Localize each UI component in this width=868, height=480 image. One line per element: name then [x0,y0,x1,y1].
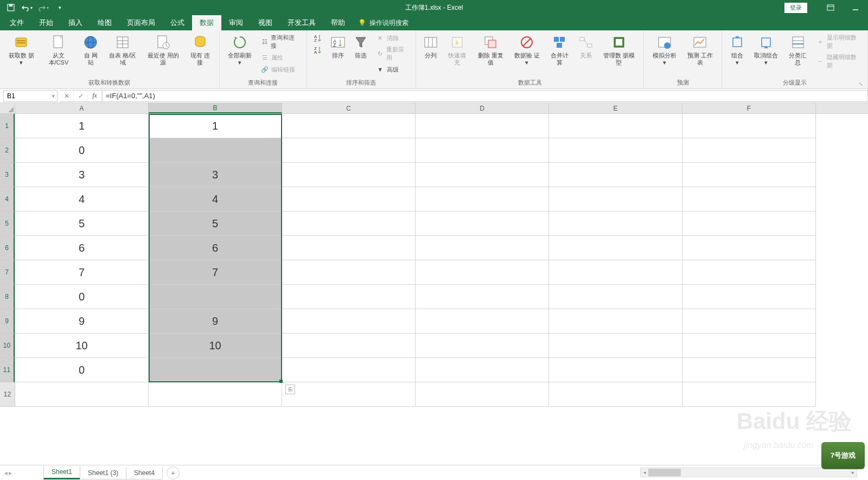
cell-F2[interactable] [682,138,816,163]
cell-F10[interactable] [682,334,816,358]
cell-B9[interactable]: 9 [149,309,282,334]
cell-D2[interactable] [416,138,549,163]
cell-B4[interactable]: 4 [149,187,282,212]
cell-E2[interactable] [549,138,682,163]
cell-A9[interactable]: 9 [15,309,149,334]
tab-视图[interactable]: 视图 [251,15,280,30]
formula-input[interactable]: =IF(A1=0,"",A1) [103,90,868,102]
cell-E8[interactable] [549,285,682,309]
cell-F5[interactable] [682,212,816,236]
tab-绘图[interactable]: 绘图 [90,15,119,30]
column-header-B[interactable]: B [149,103,282,113]
cell-A5[interactable]: 5 [15,212,149,236]
tab-开发工具[interactable]: 开发工具 [280,15,323,30]
cell-D10[interactable] [416,334,549,358]
queries-connections-button[interactable]: ☷查询和连接 [258,33,302,51]
name-box[interactable]: B1 [3,90,58,102]
cell-A3[interactable]: 3 [15,163,149,187]
cell-B5[interactable]: 5 [149,212,282,236]
cell-F11[interactable] [682,358,816,382]
cell-B3[interactable]: 3 [149,163,282,187]
consolidate-button[interactable]: 合并计算 [546,33,573,67]
cell-E4[interactable] [549,187,682,212]
cell-D9[interactable] [416,309,549,334]
filter-button[interactable]: 筛选 [350,33,372,60]
manage-data-model-button[interactable]: 管理数 据模型 [599,33,640,67]
forecast-sheet-button[interactable]: 预测 工作表 [682,33,717,67]
cell-E9[interactable] [549,309,682,334]
row-header-3[interactable]: 3 [0,163,15,187]
recent-sources-button[interactable]: 最近使 用的源 [143,33,184,67]
tab-数据[interactable]: 数据 [192,15,221,30]
tab-公式[interactable]: 公式 [163,15,192,30]
cell-C4[interactable] [282,187,416,212]
row-header-8[interactable]: 8 [0,285,15,309]
row-header-12[interactable]: 12 [0,382,15,407]
relationships-button[interactable]: 关系 [576,33,597,60]
sort-desc-button[interactable]: ZA [311,44,325,55]
hide-detail-button[interactable]: −隐藏明细数据 [814,52,863,71]
cell-C10[interactable] [282,334,416,358]
cell-D7[interactable] [416,260,549,285]
cell-C1[interactable] [282,114,416,138]
cell-D11[interactable] [416,358,549,382]
cell-D6[interactable] [416,236,549,260]
cell-E5[interactable] [549,212,682,236]
cell-A12[interactable] [15,382,149,407]
tell-me-search[interactable]: 💡 操作说明搜索 [358,18,409,28]
tab-开始[interactable]: 开始 [31,15,61,30]
cell-F4[interactable] [682,187,816,212]
cell-F7[interactable] [682,260,816,285]
cell-B8[interactable] [149,285,282,309]
cell-D3[interactable] [416,163,549,187]
cell-A11[interactable]: 0 [15,358,149,382]
cell-E11[interactable] [549,358,682,382]
cell-D12[interactable] [416,382,549,407]
autofill-options-icon[interactable]: ⎘ [285,385,295,394]
properties-button[interactable]: ☰属性 [258,52,302,63]
qat-customize-icon[interactable]: ▾ [52,1,67,14]
save-icon[interactable] [3,1,18,14]
sheet-nav[interactable]: ◂ ▸ [0,469,16,477]
from-text-csv-button[interactable]: 从文 本/CSV [40,33,77,67]
row-header-5[interactable]: 5 [0,212,15,236]
tab-审阅[interactable]: 审阅 [221,15,251,30]
cell-A10[interactable]: 10 [15,334,149,358]
cancel-icon[interactable]: ✕ [60,91,74,101]
cell-F9[interactable] [682,309,816,334]
scrollbar-thumb[interactable] [648,469,681,476]
cell-C5[interactable] [282,212,416,236]
cell-A2[interactable]: 0 [15,138,149,163]
cell-D5[interactable] [416,212,549,236]
enter-icon[interactable]: ✓ [74,91,88,101]
text-to-columns-button[interactable]: 分列 [420,33,442,60]
cell-E10[interactable] [549,334,682,358]
cell-E6[interactable] [549,236,682,260]
row-header-11[interactable]: 11 [0,358,15,382]
cell-F12[interactable] [682,382,816,407]
remove-duplicates-button[interactable]: 删除 重复值 [473,33,508,67]
cell-D4[interactable] [416,187,549,212]
add-sheet-button[interactable]: + [167,466,180,479]
existing-connections-button[interactable]: 现有 连接 [186,33,214,67]
cell-D1[interactable] [416,114,549,138]
ribbon-display-icon[interactable] [818,0,843,15]
tab-页面布局[interactable]: 页面布局 [119,15,163,30]
column-header-C[interactable]: C [282,103,416,113]
sheet-tab-Sheet1[interactable]: Sheet1 [43,466,80,479]
cell-C12[interactable] [282,382,416,407]
column-header-A[interactable]: A [15,103,149,113]
cells-area[interactable]: 110334455667709910100⎘ [15,114,868,465]
row-header-9[interactable]: 9 [0,309,15,334]
from-table-button[interactable]: 自表 格/区域 [105,33,141,67]
cell-C11[interactable] [282,358,416,382]
cell-F3[interactable] [682,163,816,187]
cell-F1[interactable] [682,114,816,138]
refresh-all-button[interactable]: 全部刷新 ▾ [224,33,256,67]
edit-links-button[interactable]: 🔗编辑链接 [258,64,302,75]
clear-filter-button[interactable]: ✕清除 [374,33,411,43]
cell-C9[interactable] [282,309,416,334]
group-button[interactable]: 组合 ▾ [726,33,748,67]
sort-button[interactable]: AZ排序 [327,33,348,60]
reapply-button[interactable]: ↻重新应用 [374,44,411,63]
